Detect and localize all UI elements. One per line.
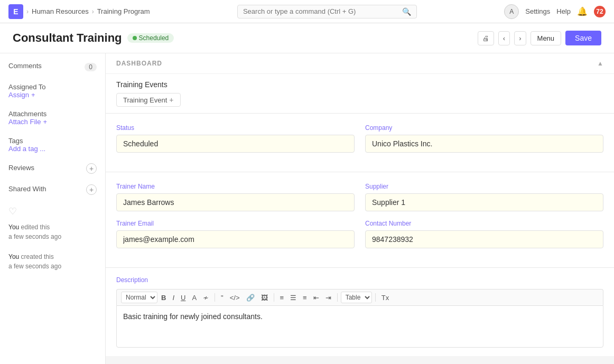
breadcrumb-human-resources[interactable]: Human Resources (32, 7, 89, 15)
title-area: Consultant Training Scheduled (13, 31, 174, 45)
highlight-button[interactable]: ≁ (200, 292, 211, 303)
status-label: Status (116, 124, 355, 132)
search-input[interactable] (243, 7, 402, 15)
avatar: A (504, 4, 519, 19)
code-button[interactable]: </> (227, 292, 243, 303)
toolbar-divider-4 (375, 293, 376, 302)
contact-number-label: Contact Number (365, 220, 603, 227)
menu-button[interactable]: Menu (531, 31, 562, 45)
ordered-list-button[interactable]: ≡ (277, 292, 287, 303)
help-button[interactable]: Help (556, 7, 571, 15)
image-button[interactable]: 🖼 (258, 292, 271, 303)
breadcrumb-chevron-2: › (92, 8, 94, 15)
trainer-name-label: Trainer Name (116, 183, 355, 190)
training-event-tab[interactable]: Training Event + (116, 93, 181, 107)
breadcrumb-chevron-1: › (26, 8, 29, 15)
add-shared-button[interactable]: + (86, 184, 97, 195)
status-company-section: Status Company (106, 113, 614, 172)
dashboard-header[interactable]: DASHBOARD ▲ (106, 53, 614, 74)
comments-count: 0 (85, 63, 97, 71)
notification-button[interactable]: 🔔 (577, 6, 588, 16)
trainer-email-input[interactable] (116, 230, 355, 248)
status-company-row: Status Company (116, 124, 603, 153)
toolbar-divider-2 (274, 293, 274, 302)
contact-number-group: Contact Number (365, 220, 603, 248)
reviews-section: Reviews + (8, 163, 97, 174)
trainer-supplier-row: Trainer Name Supplier (116, 183, 603, 211)
link-button[interactable]: 🔗 (244, 292, 257, 303)
clear-format-button[interactable]: Tx (379, 292, 392, 303)
status-group: Status (116, 124, 355, 153)
heart-icon[interactable]: ♡ (8, 206, 97, 217)
save-button[interactable]: Save (565, 31, 601, 45)
activity-section: You edited this a few seconds ago You cr… (8, 222, 97, 271)
align-left-button[interactable]: ≡ (300, 292, 310, 303)
email-contact-row: Trainer Email Contact Number (116, 220, 603, 248)
attach-file-button[interactable]: Attach File + (8, 118, 97, 126)
shared-with-label: Shared With (8, 185, 46, 193)
training-events-section: Training Events Training Event + (106, 74, 614, 113)
training-events-label: Training Events (116, 80, 603, 89)
supplier-input[interactable] (365, 193, 603, 211)
assigned-to-label: Assigned To (8, 83, 46, 91)
status-badge: Scheduled (127, 33, 174, 43)
tags-section: Tags Add a tag ... (8, 136, 97, 153)
status-input[interactable] (116, 135, 355, 153)
activity-created: You created this a few seconds ago (8, 252, 97, 271)
text-color-button[interactable]: A (189, 292, 199, 303)
contact-number-input[interactable] (365, 230, 603, 248)
company-input[interactable] (365, 135, 603, 153)
nav-back-button[interactable]: ‹ (498, 31, 510, 45)
page-header: Consultant Training Scheduled 🖨 ‹ › Menu… (0, 23, 614, 53)
add-tag-button[interactable]: Add a tag ... (8, 145, 97, 153)
assigned-to-section: Assigned To Assign + (8, 82, 97, 99)
assign-button[interactable]: Assign + (8, 91, 97, 99)
comments-section: Comments 0 (8, 62, 97, 72)
trainer-name-group: Trainer Name (116, 183, 355, 211)
training-event-tab-label: Training Event (123, 96, 167, 104)
attach-plus-icon: + (43, 118, 47, 126)
dashboard-title: DASHBOARD (116, 60, 162, 67)
description-label: Description (116, 276, 603, 284)
attachments-label: Attachments (8, 110, 46, 118)
trainer-email-label: Trainer Email (116, 220, 355, 227)
company-group: Company (365, 124, 603, 153)
trainer-email-group: Trainer Email (116, 220, 355, 248)
add-training-event-icon: + (169, 96, 173, 104)
description-section: Description Normal B I U A ≁ " </> 🔗 🖼 ≡… (106, 267, 614, 356)
tags-label: Tags (8, 137, 23, 145)
table-select[interactable]: Table (341, 292, 372, 303)
editor-toolbar: Normal B I U A ≁ " </> 🔗 🖼 ≡ ☰ ≡ ⇤ ⇥ (116, 289, 603, 305)
indent-left-button[interactable]: ⇤ (311, 292, 322, 303)
bold-button[interactable]: B (159, 292, 169, 303)
search-area: 🔍 (237, 5, 417, 18)
italic-button[interactable]: I (170, 292, 177, 303)
breadcrumb: E › Human Resources › Training Program (8, 4, 150, 19)
unordered-list-button[interactable]: ☰ (287, 292, 299, 303)
activity-edited: You edited this a few seconds ago (8, 222, 97, 241)
add-review-button[interactable]: + (86, 163, 97, 174)
dashboard-panel: DASHBOARD ▲ Training Events Training Eve… (106, 53, 614, 113)
format-select[interactable]: Normal (121, 292, 157, 303)
page-title: Consultant Training (13, 31, 122, 45)
breadcrumb-training-program[interactable]: Training Program (97, 7, 150, 15)
indent-right-button[interactable]: ⇥ (323, 292, 334, 303)
collapse-icon: ▲ (597, 60, 603, 67)
print-button[interactable]: 🖨 (478, 31, 494, 45)
page-header-actions: 🖨 ‹ › Menu Save (478, 31, 601, 45)
settings-button[interactable]: Settings (525, 7, 550, 15)
trainer-name-input[interactable] (116, 193, 355, 211)
layout: Comments 0 Assigned To Assign + Attachme… (0, 53, 614, 364)
attachments-section: Attachments Attach File + (8, 109, 97, 126)
nav-forward-button[interactable]: › (514, 31, 526, 45)
company-label: Company (365, 124, 603, 132)
supplier-group: Supplier (365, 183, 603, 211)
blockquote-button[interactable]: " (218, 292, 226, 303)
search-icon: 🔍 (402, 7, 411, 16)
main-content: DASHBOARD ▲ Training Events Training Eve… (106, 53, 614, 364)
status-dot (133, 36, 137, 40)
description-editor[interactable]: Basic training for newly joined consulta… (116, 305, 603, 348)
nav-right: A Settings Help 🔔 72 (504, 4, 606, 19)
underline-button[interactable]: U (178, 292, 188, 303)
top-nav: E › Human Resources › Training Program 🔍… (0, 0, 614, 23)
